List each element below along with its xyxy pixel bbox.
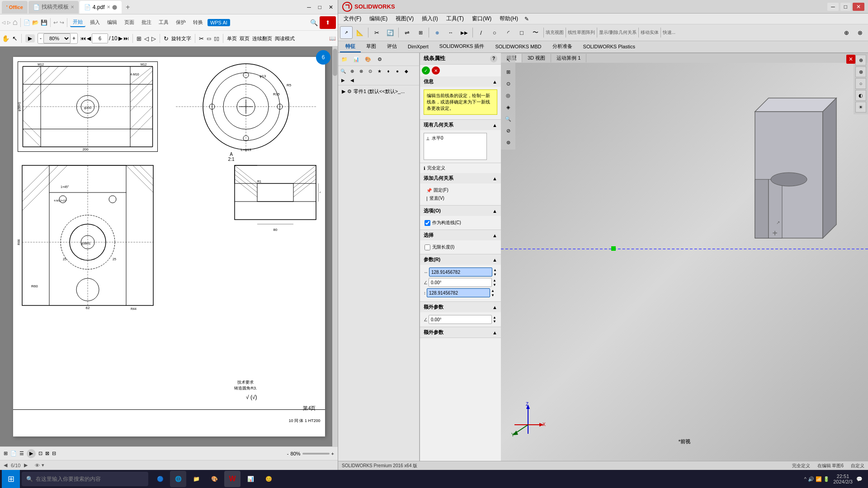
rect-btn[interactable]: □ bbox=[515, 26, 528, 39]
construction-checkbox[interactable] bbox=[425, 220, 430, 226]
arc-btn[interactable]: ◜ bbox=[502, 26, 514, 39]
taskbar-app-explorer[interactable]: 📁 bbox=[188, 471, 204, 487]
viewport-tool-1[interactable]: ⊕ bbox=[855, 55, 866, 66]
tab-sw-plastics[interactable]: SOLIDWORKS Plastics bbox=[578, 42, 641, 52]
taskbar-app-emoji[interactable]: 😊 bbox=[260, 471, 277, 487]
left-tool-5[interactable]: ◈ bbox=[503, 102, 514, 113]
home-icon[interactable]: ⌂ bbox=[13, 18, 18, 27]
rotate-text-btn[interactable]: 旋转文字 bbox=[171, 35, 191, 42]
menu-help[interactable]: 帮助(H) bbox=[496, 14, 522, 23]
zoom-select[interactable]: 80%50%75%100%125% bbox=[43, 33, 71, 43]
sw-close-btn[interactable]: ✕ bbox=[853, 3, 864, 11]
thumb-view-icon[interactable]: ⊞ bbox=[4, 450, 8, 456]
trim-btn[interactable]: ✂ bbox=[370, 26, 383, 39]
menu-insert[interactable]: 插入 bbox=[87, 18, 103, 27]
extra-param1-up[interactable]: ▲ bbox=[493, 315, 496, 319]
vertical-scrollbar[interactable] bbox=[332, 47, 338, 446]
extra-param1-input[interactable] bbox=[429, 315, 492, 324]
left-tool-8[interactable]: ⊛ bbox=[503, 137, 514, 148]
viewport-tool-5[interactable]: ☀ bbox=[855, 102, 866, 113]
left-tool-2[interactable]: ⊞ bbox=[503, 66, 514, 77]
notification-icon[interactable]: 💬 bbox=[856, 476, 863, 482]
read-mode-btn[interactable]: 阅读模式 bbox=[275, 35, 295, 42]
left-tool-1[interactable]: ↖ bbox=[503, 55, 514, 66]
tab-sketch[interactable]: 草图 bbox=[361, 41, 382, 52]
double-label[interactable]: 双页 bbox=[240, 35, 250, 42]
fit-page-icon[interactable]: ⊡ bbox=[38, 450, 42, 456]
taskbar-app-paint[interactable]: 🎨 bbox=[206, 471, 222, 487]
tab-sw-plugins[interactable]: SOLIDWORKS 插件 bbox=[434, 41, 490, 52]
close-button[interactable]: ✕ bbox=[326, 3, 336, 11]
search-icon[interactable]: 🔍 bbox=[310, 19, 318, 26]
options2-header[interactable]: 选择 ▲ bbox=[420, 230, 501, 240]
double-page-btn[interactable]: ▯▯ bbox=[214, 36, 219, 42]
viewport-tool-4[interactable]: ◐ bbox=[855, 90, 866, 101]
right-panel-btn-2[interactable]: ⊗ bbox=[854, 26, 866, 39]
nav-forward-icon[interactable]: ▷ bbox=[7, 20, 11, 25]
menu-annotation[interactable]: 批注 bbox=[139, 18, 154, 27]
zoom-minus-btn[interactable]: - bbox=[38, 34, 43, 42]
minimize-button[interactable]: ─ bbox=[304, 3, 314, 11]
first-page-btn[interactable]: ⏮ bbox=[80, 35, 86, 42]
page-input[interactable] bbox=[92, 33, 108, 43]
menu-wps-ai[interactable]: WPS AI bbox=[208, 19, 230, 26]
construction-line-option[interactable]: 作为构造线(C) bbox=[424, 219, 497, 227]
param1-down[interactable]: ▼ bbox=[493, 272, 497, 277]
param3-down[interactable]: ▼ bbox=[491, 293, 495, 297]
tab-add-button[interactable]: + bbox=[123, 2, 133, 13]
tree-icon-1[interactable]: 🔍 bbox=[339, 67, 347, 75]
continuous-label[interactable]: 连续翻页 bbox=[252, 35, 272, 42]
menu-file[interactable]: 文件(F) bbox=[340, 14, 365, 23]
infinite-length-option[interactable]: 无限长度(I) bbox=[424, 243, 497, 251]
nav-back-icon[interactable]: ◁ bbox=[2, 20, 5, 25]
page-view-icon[interactable]: 📄 bbox=[10, 450, 17, 456]
undo-icon[interactable]: ↩ bbox=[53, 19, 58, 26]
convert-btn[interactable]: 🔄 bbox=[384, 26, 396, 39]
param2-angle-input[interactable] bbox=[429, 278, 492, 287]
move-entity-btn[interactable]: ↔ bbox=[444, 26, 457, 39]
menu-view[interactable]: 视图(V) bbox=[392, 14, 417, 23]
prev-view-icon[interactable]: ◁ bbox=[144, 35, 149, 42]
menu-page[interactable]: 页面 bbox=[122, 18, 137, 27]
taskbar-search-box[interactable]: 🔍 在这里输入你要搜索的内容 bbox=[22, 472, 148, 486]
tab-dimxpert[interactable]: DimXpert bbox=[402, 42, 434, 52]
left-tool-4[interactable]: ◎ bbox=[503, 90, 514, 101]
viewport-close-btn[interactable]: ✕ bbox=[846, 55, 855, 64]
param1-up[interactable]: ▲ bbox=[493, 268, 497, 272]
prop-cancel-btn[interactable]: ✕ bbox=[432, 66, 440, 75]
params-header[interactable]: 参数(R) ▲ bbox=[420, 254, 501, 265]
next-view-icon[interactable]: ▷ bbox=[151, 35, 156, 42]
tree-item-part[interactable]: ▶ ⚙ 零件1 (默认<<默认>_... bbox=[340, 87, 417, 96]
taskbar-app-cortana[interactable]: 🔵 bbox=[152, 471, 168, 487]
menu-edit[interactable]: 编辑(E) bbox=[366, 14, 391, 23]
circle-btn[interactable]: ○ bbox=[488, 26, 501, 39]
view-mode-arrow[interactable]: ▾ bbox=[42, 462, 44, 468]
left-tool-6[interactable]: 🔍 bbox=[503, 113, 514, 124]
zoom-plus-btn[interactable]: + bbox=[71, 34, 77, 42]
taskbar-app-excel[interactable]: 📊 bbox=[242, 471, 259, 487]
last-page-btn[interactable]: ⏭ bbox=[123, 35, 129, 42]
sw-restore-btn[interactable]: □ bbox=[840, 3, 851, 11]
open-icon[interactable]: 📂 bbox=[32, 19, 39, 26]
viewport-tool-3[interactable]: ○ bbox=[855, 78, 866, 89]
tab-pdf[interactable]: 📄 4.pdf ✕ ⬤ bbox=[80, 1, 122, 14]
menu-protect[interactable]: 保护 bbox=[173, 18, 189, 27]
info-section-header[interactable]: 信息 ▲ bbox=[420, 76, 501, 87]
left-tool-7[interactable]: ⊘ bbox=[503, 125, 514, 136]
sidebar-btn-2[interactable]: 📊 bbox=[351, 54, 362, 65]
tab-template-close[interactable]: ✕ bbox=[71, 5, 74, 9]
viewport-tool-2[interactable]: ⊗ bbox=[855, 66, 866, 77]
hand-icon[interactable]: ✋ bbox=[2, 35, 9, 42]
tree-icon-7[interactable]: ● bbox=[393, 67, 401, 75]
start-button[interactable]: ⊞ bbox=[2, 470, 20, 488]
fit-width-icon[interactable]: ⊞ bbox=[137, 35, 142, 42]
param1-length-input[interactable] bbox=[429, 267, 492, 277]
new-icon[interactable]: 📄 bbox=[24, 19, 30, 26]
tab-pdf-close[interactable]: ✕ bbox=[107, 5, 110, 9]
view-mode-icon[interactable]: 👁 bbox=[35, 463, 40, 468]
quick-btn[interactable]: ▶▶ bbox=[458, 26, 471, 39]
prev-page-btn[interactable]: ◀ bbox=[87, 35, 91, 42]
tab-office[interactable]: ' Office bbox=[2, 1, 28, 14]
menu-convert[interactable]: 转换 bbox=[190, 18, 206, 27]
mirror-btn[interactable]: ⇌ bbox=[401, 26, 413, 39]
